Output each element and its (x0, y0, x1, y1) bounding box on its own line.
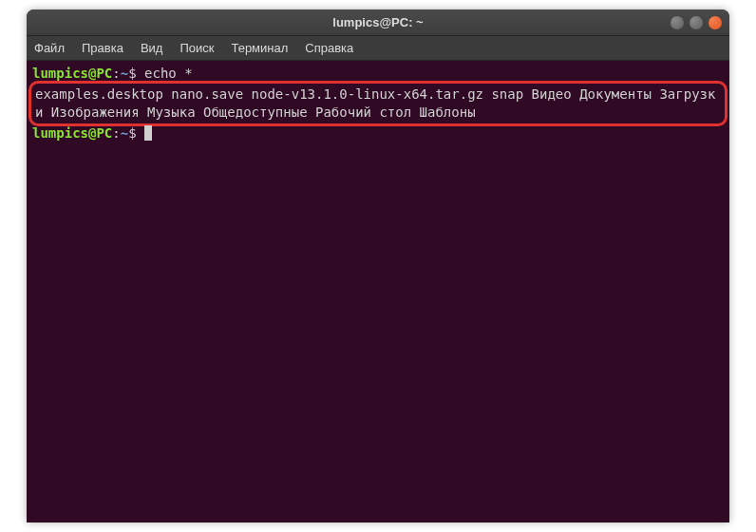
window-title: lumpics@PC: ~ (332, 15, 423, 29)
close-button[interactable] (709, 16, 722, 29)
menubar: Файл Правка Вид Поиск Терминал Справка (27, 36, 729, 61)
prompt-dollar: $ (128, 125, 136, 141)
terminal-window: lumpics@PC: ~ Файл Правка Вид Поиск Терм… (27, 10, 729, 522)
prompt-colon: : (112, 66, 120, 81)
window-controls (671, 16, 722, 29)
menu-edit[interactable]: Правка (82, 41, 123, 55)
menu-file[interactable]: Файл (34, 41, 65, 55)
command-text-1: echo * (137, 66, 193, 81)
output-highlight: examples.desktop nano.save node-v13.1.0-… (28, 81, 728, 126)
command-text-2 (137, 125, 144, 141)
prompt-dollar: $ (128, 66, 136, 81)
prompt-user: lumpics@PC (32, 125, 112, 141)
prompt-user: lumpics@PC (32, 66, 112, 81)
titlebar: lumpics@PC: ~ (27, 10, 729, 36)
prompt-line-2: lumpics@PC:~$ (32, 124, 724, 142)
output-line: examples.desktop nano.save node-v13.1.0-… (35, 86, 721, 122)
prompt-path: ~ (121, 125, 128, 141)
cursor (144, 125, 152, 141)
menu-terminal[interactable]: Терминал (231, 41, 288, 55)
menu-view[interactable]: Вид (141, 41, 163, 55)
menu-help[interactable]: Справка (305, 41, 353, 55)
minimize-button[interactable] (671, 16, 684, 29)
prompt-colon: : (112, 125, 120, 141)
terminal-body[interactable]: lumpics@PC:~$ echo * examples.desktop na… (27, 61, 729, 522)
maximize-button[interactable] (690, 16, 703, 29)
prompt-path: ~ (121, 66, 128, 81)
menu-search[interactable]: Поиск (180, 41, 214, 55)
